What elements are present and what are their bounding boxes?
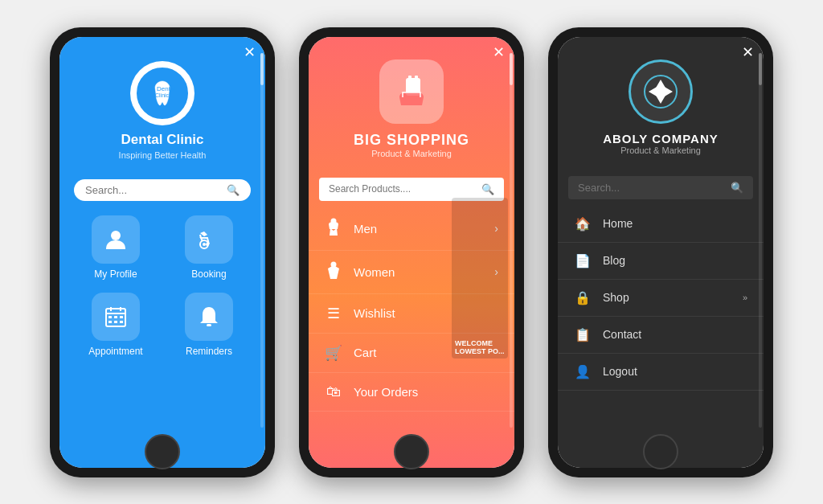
shopping-bg-text2: LOWEST PO... <box>455 347 505 355</box>
dental-menu-item-appointment[interactable]: Appointment <box>76 293 156 357</box>
svg-point-6 <box>203 243 206 246</box>
aboly-tagline: Product & Marketing <box>620 145 701 155</box>
shopping-search-input[interactable] <box>329 183 481 195</box>
dental-inner-logo: Dental Clinic <box>134 65 190 121</box>
dental-menu-item-reminders[interactable]: Reminders <box>169 293 249 357</box>
svg-text:Dental: Dental <box>157 85 175 92</box>
aboly-item-shop[interactable]: 🔒 Shop » <box>558 280 764 317</box>
dental-menu-item-booking[interactable]: Booking <box>169 215 249 280</box>
aboly-item-logout[interactable]: 👤 Logout <box>558 354 764 391</box>
orders-icon: 🛍 <box>325 383 342 400</box>
svg-rect-13 <box>120 316 123 318</box>
women-figure-icon <box>326 261 341 279</box>
shopping-logo-icon <box>379 59 444 124</box>
dental-menu-grid: My Profile <box>59 215 265 357</box>
men-icon <box>325 218 342 240</box>
aboly-search-bar[interactable]: 🔍 <box>568 176 753 199</box>
dental-screen: ✕ Dental Clinic Dental Cl <box>59 37 265 468</box>
dental-scrollbar[interactable] <box>260 53 264 428</box>
svg-line-5 <box>200 235 201 238</box>
shopping-close-button[interactable]: ✕ <box>493 43 505 61</box>
dental-logo-area: Dental Clinic Dental Clinic Inspiring Be… <box>119 61 207 160</box>
svg-point-4 <box>206 243 209 246</box>
aboly-scrollbar[interactable] <box>759 53 762 428</box>
svg-rect-17 <box>207 324 211 326</box>
home-icon: 🏠 <box>574 216 592 232</box>
aboly-shop-label: Shop <box>603 291 629 304</box>
aboly-app-name: ABOLY COMPANY <box>603 132 719 145</box>
shopping-cart-label: Cart <box>354 346 376 359</box>
dental-search-bar[interactable]: 🔍 <box>74 179 251 201</box>
contact-icon: 📋 <box>574 327 592 342</box>
shopping-bg-text: WELCOME <box>455 339 505 347</box>
dental-profile-label: My Profile <box>94 268 137 280</box>
dental-appointment-icon <box>92 293 140 341</box>
dental-booking-label: Booking <box>191 268 226 280</box>
appointment-svg-icon <box>104 305 128 329</box>
aboly-item-contact[interactable]: 📋 Contact <box>558 317 764 354</box>
aboly-blog-label: Blog <box>603 254 625 267</box>
aboly-close-button[interactable]: ✕ <box>742 43 754 61</box>
shopping-app-name: BIG SHOPPING <box>354 132 469 149</box>
scene: ✕ Dental Clinic Dental Cl <box>0 0 823 504</box>
wishlist-icon: ☰ <box>325 305 342 322</box>
men-figure-icon <box>326 218 341 236</box>
dental-menu-item-my-profile[interactable]: My Profile <box>76 215 156 280</box>
women-icon <box>325 261 342 283</box>
dental-tooth-icon: Dental Clinic <box>147 78 178 109</box>
svg-text:Clinic: Clinic <box>155 92 170 98</box>
shopping-orders-label: Your Orders <box>354 385 418 399</box>
profile-svg-icon <box>103 227 129 252</box>
phone-aboly: ✕ ABOLY COMPAN <box>548 27 773 477</box>
aboly-search-input[interactable] <box>578 182 731 194</box>
svg-point-24 <box>657 88 664 95</box>
svg-point-2 <box>111 231 121 240</box>
dental-app-name: Dental Clinic <box>121 132 204 148</box>
aboly-home-label: Home <box>603 217 633 230</box>
dental-logo: Dental Clinic <box>130 61 194 125</box>
shopping-tagline: Product & Marketing <box>371 149 452 158</box>
shopping-screen-container: ✕ WELCOME LOWEST PO... <box>309 37 514 468</box>
dental-close-button[interactable]: ✕ <box>244 43 256 61</box>
aboly-search-icon: 🔍 <box>731 182 743 194</box>
shop-lock-icon: 🔒 <box>574 290 592 305</box>
shopping-men-label: Men <box>354 222 377 236</box>
blog-icon: 📄 <box>574 253 592 268</box>
svg-rect-14 <box>109 321 112 323</box>
dental-reminders-label: Reminders <box>186 346 232 357</box>
aboly-item-blog[interactable]: 📄 Blog <box>558 243 764 280</box>
aboly-contact-label: Contact <box>603 328 641 341</box>
svg-rect-16 <box>120 321 123 323</box>
dental-booking-icon <box>185 215 233 264</box>
aboly-item-home[interactable]: 🏠 Home <box>558 206 764 243</box>
aboly-logo-area: ABOLY COMPANY Product & Marketing <box>603 59 719 155</box>
svg-rect-15 <box>114 321 117 323</box>
aboly-screen-container: ✕ ABOLY COMPAN <box>558 37 764 468</box>
dental-reminders-icon <box>185 293 233 341</box>
shopping-item-orders[interactable]: 🛍 Your Orders <box>309 373 514 412</box>
shopping-logo-area: BIG SHOPPING Product & Marketing <box>354 59 469 158</box>
logout-icon: 👤 <box>574 364 592 379</box>
reminders-svg-icon <box>197 305 221 329</box>
aboly-logout-label: Logout <box>603 365 637 378</box>
dental-profile-icon <box>92 215 140 264</box>
dental-search-input[interactable] <box>85 184 227 196</box>
shopping-scrollbar[interactable] <box>510 53 513 428</box>
shopping-search-icon: 🔍 <box>481 183 494 195</box>
cart-icon: 🛒 <box>325 344 342 362</box>
shopping-bg-overlay: WELCOME LOWEST PO... <box>452 198 508 359</box>
dental-tagline: Inspiring Better Health <box>119 150 207 160</box>
booking-svg-icon <box>196 227 222 252</box>
phone-shopping: ✕ WELCOME LOWEST PO... <box>299 27 524 477</box>
aboly-menu-list: 🏠 Home 📄 Blog 🔒 Shop » 📋 Contact <box>558 206 764 391</box>
svg-rect-11 <box>109 316 112 318</box>
dental-appointment-label: Appointment <box>88 346 142 357</box>
shopping-wishlist-label: Wishlist <box>354 306 395 320</box>
aboly-logo <box>629 59 693 124</box>
shopping-bag-hand-icon <box>391 72 432 112</box>
aboly-app-store-icon <box>642 73 679 110</box>
dental-search-icon: 🔍 <box>227 184 240 196</box>
shop-chevron-icon: » <box>743 293 747 302</box>
svg-rect-19 <box>408 76 412 80</box>
shopping-women-label: Women <box>354 265 395 279</box>
